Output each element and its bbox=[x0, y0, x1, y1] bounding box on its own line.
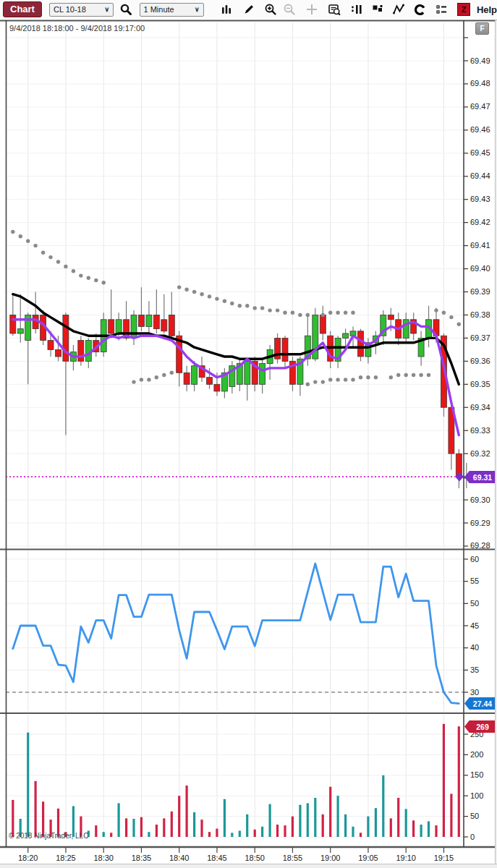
price-axis-label: 69.29 bbox=[470, 519, 490, 527]
price-axis-label: 69.28 bbox=[470, 541, 490, 550]
momentum-axis-label: 40 bbox=[470, 643, 479, 652]
price-axis-label: 69.36 bbox=[470, 357, 490, 365]
price-axis-label: 69.48 bbox=[470, 79, 490, 88]
time-axis-label: 19:00 bbox=[320, 854, 341, 862]
time-axis-label: 19:10 bbox=[396, 854, 416, 862]
price-axis-label: 69.37 bbox=[470, 333, 490, 342]
volume-axis-label: 150 bbox=[470, 770, 483, 779]
price-axis-label: 69.33 bbox=[470, 426, 490, 435]
price-axis-label: 69.40 bbox=[470, 264, 490, 273]
momentum-value-tag: 27.44 bbox=[464, 697, 497, 710]
price-axis-label: 69.47 bbox=[470, 102, 490, 111]
volume-axis-label: 0 bbox=[470, 833, 475, 841]
time-axis-label: 18:35 bbox=[132, 854, 152, 862]
price-axis-label: 69.45 bbox=[470, 148, 490, 157]
price-axis-label: 69.38 bbox=[470, 310, 490, 319]
time-axis-label: 18:55 bbox=[283, 854, 303, 862]
price-axis-label: 69.41 bbox=[470, 241, 490, 250]
volume-axis-label: 100 bbox=[470, 791, 483, 800]
price-axis-label: 69.32 bbox=[470, 449, 490, 458]
price-axis-label: 69.35 bbox=[470, 380, 490, 388]
price-axis-label: 69.42 bbox=[470, 218, 490, 226]
focus-button[interactable]: F bbox=[475, 22, 489, 35]
momentum-axis-label: 50 bbox=[470, 599, 479, 608]
price-axis-label: 69.46 bbox=[470, 125, 490, 134]
time-axis-label: 18:50 bbox=[245, 854, 265, 862]
price-axis-label: 69.39 bbox=[470, 287, 490, 296]
momentum-axis-label: 55 bbox=[470, 576, 479, 585]
momentum-axis-label: 60 bbox=[470, 555, 479, 563]
momentum-axis-label: 45 bbox=[470, 621, 479, 630]
price-axis-label: 69.43 bbox=[470, 195, 490, 203]
time-axis-label: 18:40 bbox=[169, 854, 190, 862]
time-axis-label: 18:20 bbox=[18, 854, 38, 862]
volume-axis-label: 50 bbox=[470, 812, 479, 820]
time-axis-label: 19:15 bbox=[434, 854, 454, 862]
price-axis-label: 69.30 bbox=[470, 495, 490, 504]
chart-window: Chart CL 10-18 ∨ 1 Minute ∨ bbox=[0, 0, 497, 868]
price-axis-label: 69.34 bbox=[470, 403, 490, 412]
last-price-tag: 69.31 bbox=[464, 471, 497, 483]
chart-area: 69.4969.4869.4769.4669.4569.4469.4369.42… bbox=[0, 0, 497, 868]
volume-value-tag: 269 bbox=[464, 720, 497, 733]
price-axis-label: 69.44 bbox=[470, 171, 490, 180]
volume-axis-label: 200 bbox=[470, 750, 483, 759]
time-axis-label: 19:05 bbox=[358, 854, 378, 862]
bottom-edge-strip bbox=[0, 864, 497, 868]
plot-area[interactable] bbox=[6, 20, 464, 847]
momentum-axis-label: 30 bbox=[470, 688, 479, 697]
time-axis-label: 18:30 bbox=[93, 854, 114, 862]
time-axis-label: 18:45 bbox=[207, 854, 227, 862]
time-axis-label: 18:25 bbox=[56, 854, 76, 862]
momentum-axis-label: 35 bbox=[470, 665, 479, 674]
price-axis-label: 69.49 bbox=[470, 56, 490, 65]
